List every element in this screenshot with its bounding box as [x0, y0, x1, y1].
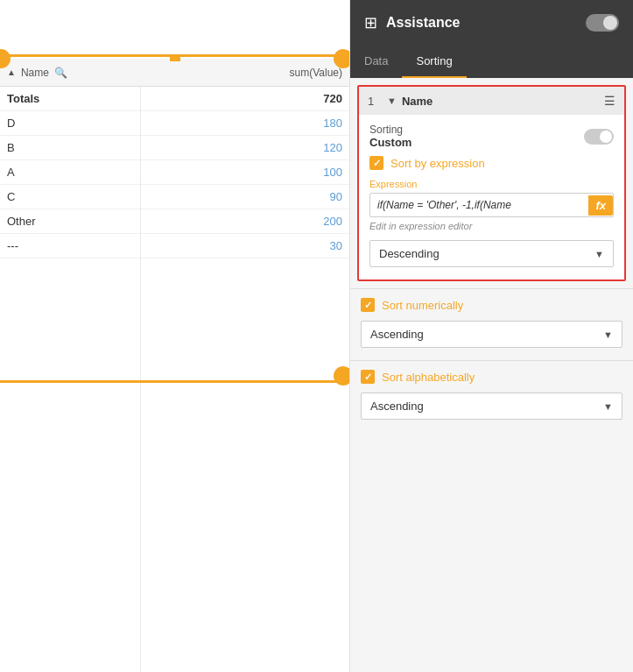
- sort-numerically-section: ✓ Sort numerically Ascending ▼: [350, 288, 633, 360]
- tab-data[interactable]: Data: [350, 46, 402, 78]
- table-row: C 90: [0, 185, 349, 209]
- sort-alphabetically-direction: Ascending: [370, 400, 424, 413]
- sorting-labels: Sorting Custom: [369, 124, 411, 149]
- sort-by-expression-label: Sort by expression: [390, 157, 485, 170]
- direction-dropdown[interactable]: Descending ▼: [369, 240, 614, 267]
- cell-value: 120: [140, 141, 349, 154]
- toggle-knob: [603, 16, 617, 30]
- sort-alphabetically-label: Sort alphabetically: [382, 371, 475, 384]
- dropdown-arrow-icon: ▼: [594, 249, 604, 259]
- dropdown-arrow-icon: ▼: [603, 401, 613, 412]
- checkmark-icon: ✓: [364, 300, 372, 311]
- sort-alphabetically-dropdown[interactable]: Ascending ▼: [361, 393, 622, 420]
- expression-label: Expression: [369, 179, 614, 189]
- sort-numerically-dropdown[interactable]: Ascending ▼: [361, 321, 622, 348]
- cell-name: C: [0, 190, 140, 203]
- sort-numerically-checkbox[interactable]: ✓: [361, 298, 375, 312]
- sort-arrow-icon: ▲: [7, 67, 16, 77]
- col-value-header: sum(Value): [140, 67, 349, 79]
- cell-name: B: [0, 141, 140, 154]
- custom-toggle[interactable]: [584, 129, 614, 145]
- sort-by-expression-checkbox[interactable]: ✓: [369, 156, 383, 170]
- cell-name: Other: [0, 215, 140, 228]
- table-row: Totals 720: [0, 87, 349, 111]
- panel-content: 1 ▼ Name ☰ Sorting Custom: [350, 78, 633, 672]
- direction-label: Descending: [379, 247, 440, 260]
- cell-value: 720: [140, 92, 349, 105]
- cell-value: 90: [140, 190, 349, 203]
- panel-title: Assistance: [386, 15, 577, 31]
- table-grid-line: [140, 87, 141, 672]
- sort-item-header: 1 ▼ Name ☰: [359, 87, 624, 115]
- sort-numerically-row: ✓ Sort numerically: [361, 298, 622, 312]
- table-panel: ▲ Name 🔍 sum(Value) Totals 720 D 180 B 1…: [0, 0, 350, 672]
- sorting-custom-label: Custom: [369, 136, 411, 149]
- sort-body: Sorting Custom ✓ Sort by expression Expr…: [359, 115, 624, 279]
- cell-value: 200: [140, 215, 349, 228]
- cell-value: 180: [140, 117, 349, 130]
- tab-sorting[interactable]: Sorting: [402, 46, 466, 78]
- checkmark-icon: ✓: [364, 371, 372, 383]
- sort-alphabetically-row: ✓ Sort alphabetically: [361, 370, 622, 384]
- orange-dot-right: [334, 49, 350, 68]
- table-row: A 100: [0, 160, 349, 185]
- expression-input-row: fx: [369, 193, 614, 217]
- sort-item: 1 ▼ Name ☰ Sorting Custom: [357, 85, 626, 281]
- sort-alphabetically-checkbox[interactable]: ✓: [361, 370, 375, 384]
- right-panel: ⊞ Assistance Data Sorting 1 ▼ Name ☰: [350, 0, 633, 672]
- cell-value: 100: [140, 166, 349, 179]
- sort-numerically-label: Sort numerically: [382, 299, 463, 312]
- edit-expression-link[interactable]: Edit in expression editor: [369, 221, 614, 231]
- cell-name: Totals: [0, 92, 140, 105]
- checkmark-icon: ✓: [373, 158, 381, 169]
- table-row: D 180: [0, 111, 349, 136]
- table-row: B 120: [0, 136, 349, 160]
- sort-chevron-icon: ▼: [387, 95, 397, 106]
- table-row: --- 30: [0, 234, 349, 258]
- cell-value: 30: [140, 239, 349, 252]
- table-header-row: ▲ Name 🔍 sum(Value): [0, 59, 349, 87]
- cell-name: A: [0, 166, 140, 179]
- panel-header: ⊞ Assistance: [350, 0, 633, 46]
- sort-field-name: Name: [402, 95, 599, 108]
- toggle-knob: [600, 131, 612, 143]
- dropdown-arrow-icon: ▼: [603, 329, 613, 340]
- sort-numerically-direction: Ascending: [370, 328, 424, 341]
- search-icon[interactable]: 🔍: [54, 67, 67, 79]
- col-name-header: ▲ Name 🔍: [0, 67, 140, 79]
- col-value-label: sum(Value): [290, 67, 342, 79]
- cell-name: ---: [0, 239, 140, 252]
- sort-number: 1: [368, 95, 382, 108]
- expression-input[interactable]: [370, 194, 588, 216]
- table-icon: ⊞: [364, 13, 377, 32]
- table-row: Other 200: [0, 209, 349, 234]
- sort-by-expression-row: ✓ Sort by expression: [369, 156, 614, 170]
- sorting-label: Sorting: [369, 124, 411, 136]
- sort-alphabetically-section: ✓ Sort alphabetically Ascending ▼: [350, 360, 633, 432]
- fx-button[interactable]: fx: [588, 195, 613, 216]
- assistance-toggle[interactable]: [586, 14, 619, 32]
- orange-dot-bottom-right: [334, 366, 350, 386]
- col-name-label: Name: [21, 67, 49, 79]
- sort-menu-icon[interactable]: ☰: [604, 94, 615, 108]
- orange-handle-top: [170, 54, 180, 61]
- cell-name: D: [0, 117, 140, 130]
- nav-tabs: Data Sorting: [350, 46, 633, 78]
- sorting-toggle-row: Sorting Custom: [369, 124, 614, 149]
